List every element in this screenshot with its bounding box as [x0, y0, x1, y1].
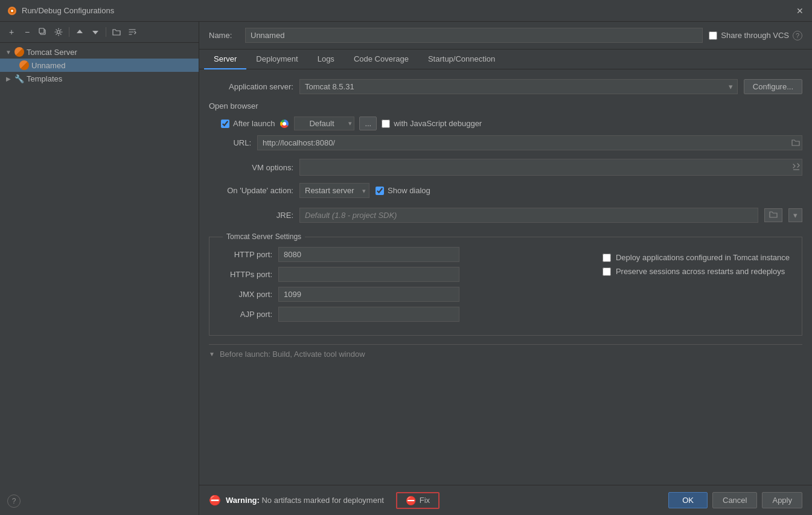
browser-ellipsis-button[interactable]: ... [359, 117, 377, 130]
share-vcs-label: Share through VCS [721, 31, 789, 40]
help-icon-bottom[interactable]: ? [7, 494, 21, 508]
chrome-icon [280, 119, 289, 129]
help-bottom-button[interactable]: ? [7, 494, 21, 508]
deploy-apps-label: Deploy applications configured in Tomcat… [616, 253, 790, 262]
svg-point-5 [57, 31, 60, 34]
close-button[interactable]: ✕ [795, 6, 805, 16]
browser-select[interactable]: Default [294, 117, 354, 130]
fix-label: Fix [420, 496, 430, 505]
before-launch-row: ▼ Before launch: Build, Activate tool wi… [209, 344, 802, 363]
tree-container: ▼ Tomcat Server Unnamed ▶ 🔧 Templates [0, 43, 199, 515]
http-port-label: HTTP port: [218, 250, 272, 259]
toolbar-separator-2 [106, 27, 106, 37]
https-port-input[interactable] [278, 267, 459, 282]
vm-options-row: VM options: [209, 159, 802, 176]
url-folder-button[interactable] [791, 138, 800, 148]
jre-input[interactable] [299, 208, 758, 223]
js-debugger-checkbox[interactable] [382, 120, 390, 128]
tree-item-tomcat-server[interactable]: ▼ Tomcat Server [0, 45, 199, 59]
tab-server[interactable]: Server [204, 50, 246, 69]
settings-button[interactable] [52, 25, 65, 39]
folder-button[interactable] [110, 25, 123, 39]
tomcat-server-label: Tomcat Server [27, 48, 194, 57]
apply-button[interactable]: Apply [762, 492, 802, 508]
svg-rect-4 [39, 28, 44, 33]
fix-button[interactable]: ⛔ Fix [396, 492, 440, 509]
before-launch-label: Before launch: Build, Activate tool wind… [220, 350, 365, 359]
http-port-input[interactable] [278, 247, 459, 262]
templates-label: Templates [27, 74, 194, 83]
show-dialog-wrapper: Show dialog [376, 186, 430, 195]
update-select-wrapper: Restart server ▾ [299, 183, 369, 198]
vm-expand-button[interactable] [793, 163, 800, 172]
cancel-button[interactable]: Cancel [712, 492, 757, 508]
ajp-port-input[interactable] [278, 307, 459, 322]
jmx-port-input[interactable] [278, 287, 459, 302]
warning-area: ⛔ Warning: No artifacts marked for deplo… [209, 492, 659, 509]
configure-button[interactable]: Configure... [744, 79, 802, 94]
deploy-apps-checkbox[interactable] [603, 254, 611, 262]
preserve-sessions-label: Preserve sessions across restarts and re… [616, 267, 785, 276]
url-label: URL: [221, 138, 251, 147]
tab-startup-connection[interactable]: Startup/Connection [418, 50, 505, 69]
jre-label: JRE: [209, 211, 293, 220]
down-button[interactable] [89, 25, 102, 39]
tree-item-unnamed[interactable]: Unnamed [0, 59, 199, 72]
browser-row: After launch Default ▾ [209, 117, 802, 130]
content-area: Application server: Tomcat 8.5.31 ▾ Conf… [199, 69, 812, 485]
on-update-select[interactable]: Restart server [299, 183, 369, 198]
window-title: Run/Debug Configurations [22, 6, 114, 15]
tab-code-coverage[interactable]: Code Coverage [344, 50, 418, 69]
name-label: Name: [209, 31, 239, 40]
unnamed-tomcat-icon [19, 60, 29, 70]
jre-dropdown-button[interactable]: ▾ [788, 208, 802, 222]
name-input[interactable] [245, 28, 703, 43]
main-container: + − [0, 22, 812, 515]
https-port-label: HTTPs port: [218, 270, 272, 279]
bottom-bar: ⛔ Warning: No artifacts marked for deplo… [199, 485, 812, 515]
jre-row: JRE: ▾ [209, 208, 802, 223]
preserve-sessions-checkbox[interactable] [603, 267, 611, 276]
templates-arrow[interactable]: ▶ [5, 75, 12, 82]
up-button[interactable] [73, 25, 86, 39]
after-launch-checkbox[interactable] [221, 120, 229, 128]
preserve-sessions-row: Preserve sessions across restarts and re… [603, 267, 790, 276]
ajp-port-row: AJP port: [218, 307, 793, 322]
warning-icon: ⛔ [209, 494, 221, 506]
after-launch-wrapper: After launch [221, 119, 275, 128]
toolbar-separator [69, 27, 69, 37]
share-vcs-checkbox[interactable] [709, 31, 717, 40]
jre-folder-button[interactable] [764, 208, 782, 222]
warning-text: Warning: No artifacts marked for deploym… [226, 496, 384, 505]
open-browser-label: Open browser [209, 101, 802, 110]
left-panel: + − [0, 22, 199, 515]
app-server-select[interactable]: Tomcat 8.5.31 [299, 79, 738, 94]
vm-options-input[interactable] [299, 159, 802, 176]
jmx-port-row: JMX port: [218, 287, 793, 302]
tab-logs[interactable]: Logs [308, 50, 344, 69]
svg-point-2 [11, 10, 13, 12]
copy-button[interactable] [36, 25, 50, 39]
help-icon[interactable]: ? [793, 31, 802, 40]
sort-button[interactable] [126, 25, 139, 39]
expand-arrow[interactable]: ▼ [5, 48, 12, 56]
app-server-row: Application server: Tomcat 8.5.31 ▾ Conf… [209, 79, 802, 94]
wrench-icon: 🔧 [14, 74, 24, 83]
ok-button[interactable]: OK [668, 492, 708, 508]
tree-item-templates[interactable]: ▶ 🔧 Templates [0, 72, 199, 85]
remove-button[interactable]: − [21, 25, 34, 39]
tab-deployment[interactable]: Deployment [246, 50, 307, 69]
jmx-port-label: JMX port: [218, 290, 272, 299]
ajp-port-label: AJP port: [218, 310, 272, 319]
name-row: Name: Share through VCS ? [199, 22, 812, 50]
tomcat-icon [14, 47, 24, 57]
show-dialog-checkbox[interactable] [376, 187, 384, 195]
toolbar-row: + − [0, 22, 199, 43]
url-input-wrapper [257, 135, 802, 150]
tabs-row: Server Deployment Logs Code Coverage Sta… [199, 50, 812, 69]
vm-input-wrapper [299, 159, 802, 176]
url-input[interactable] [257, 135, 802, 150]
add-button[interactable]: + [5, 25, 18, 39]
app-server-select-wrapper: Tomcat 8.5.31 ▾ [299, 79, 738, 94]
vm-options-label: VM options: [209, 163, 293, 172]
